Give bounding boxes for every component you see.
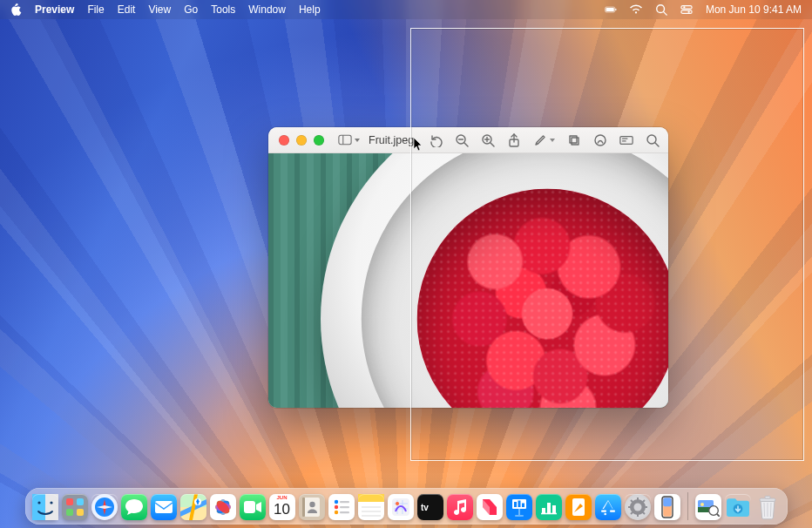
svg-marker-36 xyxy=(103,499,106,515)
svg-rect-34 xyxy=(77,509,84,516)
zoom-out-button[interactable] xyxy=(455,133,469,147)
dock-app-photos[interactable] xyxy=(210,494,236,520)
svg-rect-58 xyxy=(358,494,384,502)
svg-marker-37 xyxy=(97,505,112,509)
spotlight-icon[interactable] xyxy=(655,3,667,16)
dock-app-appstore[interactable] xyxy=(595,494,621,520)
dock-app-contacts[interactable] xyxy=(299,494,325,520)
svg-line-4 xyxy=(664,12,667,16)
crop-button[interactable] xyxy=(567,133,581,147)
battery-status-icon[interactable] xyxy=(605,3,617,16)
svg-rect-75 xyxy=(572,498,585,516)
svg-line-88 xyxy=(643,500,645,502)
svg-point-39 xyxy=(194,498,201,505)
zoom-in-button[interactable] xyxy=(481,133,495,147)
svg-point-25 xyxy=(647,135,656,144)
svg-line-87 xyxy=(631,512,633,514)
svg-rect-66 xyxy=(518,509,520,515)
menu-file[interactable]: File xyxy=(87,3,104,16)
dock-app-launchpad[interactable] xyxy=(62,494,88,520)
svg-text:tv: tv xyxy=(421,503,429,512)
dock-app-calendar[interactable]: JUN 10 xyxy=(269,494,295,520)
svg-line-97 xyxy=(717,514,720,517)
svg-rect-5 xyxy=(681,6,692,10)
menu-help[interactable]: Help xyxy=(299,3,321,16)
svg-point-78 xyxy=(604,513,606,516)
dock-app-pages[interactable] xyxy=(565,494,592,520)
svg-point-41 xyxy=(214,498,232,516)
menu-tools[interactable]: Tools xyxy=(211,3,235,16)
dock-app-keynote[interactable] xyxy=(506,494,532,520)
calendar-day: 10 xyxy=(269,501,295,518)
svg-point-54 xyxy=(334,505,337,509)
dock-app-music[interactable] xyxy=(447,494,473,520)
sidebar-toggle-button[interactable] xyxy=(338,134,360,146)
svg-rect-50 xyxy=(302,498,305,517)
svg-rect-72 xyxy=(547,503,551,513)
share-button[interactable] xyxy=(507,133,521,147)
svg-point-79 xyxy=(630,499,646,515)
dock-app-messages[interactable] xyxy=(121,494,147,520)
dock-app-system-settings[interactable] xyxy=(625,494,651,520)
dock-app-facetime[interactable] xyxy=(240,494,266,520)
menu-go[interactable]: Go xyxy=(184,3,198,16)
zoom-button[interactable] xyxy=(314,135,324,146)
svg-rect-76 xyxy=(601,511,606,512)
dock-app-safari[interactable] xyxy=(91,494,118,520)
cursor-pointer-icon xyxy=(414,138,423,152)
window-title: Fruit.jpeg xyxy=(369,134,414,146)
dock-app-maps[interactable] xyxy=(180,494,206,520)
svg-rect-31 xyxy=(66,498,73,505)
dock-app-news[interactable] xyxy=(477,494,503,520)
control-center-icon[interactable] xyxy=(680,3,693,16)
dock-trash[interactable] xyxy=(754,494,781,520)
menu-view[interactable]: View xyxy=(148,3,171,16)
dock-app-reminders[interactable] xyxy=(328,494,355,520)
dock-app-numbers[interactable] xyxy=(536,494,562,520)
svg-rect-89 xyxy=(662,497,673,518)
svg-point-45 xyxy=(214,498,232,516)
markup-button[interactable] xyxy=(593,133,607,147)
close-button[interactable] xyxy=(279,135,289,146)
apple-menu-icon[interactable] xyxy=(10,3,22,16)
wifi-status-icon[interactable] xyxy=(630,3,642,16)
svg-point-63 xyxy=(396,502,399,505)
svg-rect-91 xyxy=(663,498,672,517)
minimize-button[interactable] xyxy=(296,135,307,146)
form-fill-button[interactable] xyxy=(619,133,633,147)
preview-window[interactable]: Fruit.jpeg xyxy=(268,127,668,408)
svg-rect-55 xyxy=(340,506,349,508)
dock-app-notes[interactable] xyxy=(358,494,384,520)
svg-point-35 xyxy=(95,498,114,517)
svg-rect-19 xyxy=(570,136,577,143)
dock-app-finder[interactable] xyxy=(32,494,58,520)
chevron-down-icon xyxy=(550,139,555,142)
rotate-left-button[interactable] xyxy=(429,133,443,147)
dock-folder-downloads[interactable] xyxy=(725,494,751,520)
image-canvas[interactable] xyxy=(268,153,668,408)
menu-clock[interactable]: Mon Jun 10 9:41 AM xyxy=(706,3,802,16)
window-titlebar[interactable]: Fruit.jpeg xyxy=(268,127,668,153)
svg-line-12 xyxy=(464,143,468,146)
svg-point-44 xyxy=(219,499,227,515)
menu-window[interactable]: Window xyxy=(248,3,286,16)
dock-app-iphone-mirroring[interactable] xyxy=(654,494,680,520)
svg-rect-94 xyxy=(698,507,714,512)
dock: JUN 10 tv xyxy=(0,488,812,525)
svg-rect-22 xyxy=(620,136,633,144)
svg-point-6 xyxy=(683,6,685,8)
menu-app-name[interactable]: Preview xyxy=(35,3,74,16)
svg-rect-69 xyxy=(518,501,520,508)
svg-line-15 xyxy=(491,143,494,146)
dock-app-freeform[interactable] xyxy=(388,494,414,520)
highlight-button[interactable] xyxy=(533,133,555,147)
svg-line-26 xyxy=(655,143,659,146)
search-button[interactable] xyxy=(646,133,660,147)
dock-app-mail[interactable] xyxy=(151,494,177,520)
dock-app-preview[interactable] xyxy=(695,494,721,520)
svg-rect-20 xyxy=(572,138,579,145)
menu-edit[interactable]: Edit xyxy=(118,3,136,16)
dock-app-tv[interactable]: tv xyxy=(417,494,443,520)
svg-line-101 xyxy=(764,503,765,517)
svg-line-103 xyxy=(770,503,771,517)
